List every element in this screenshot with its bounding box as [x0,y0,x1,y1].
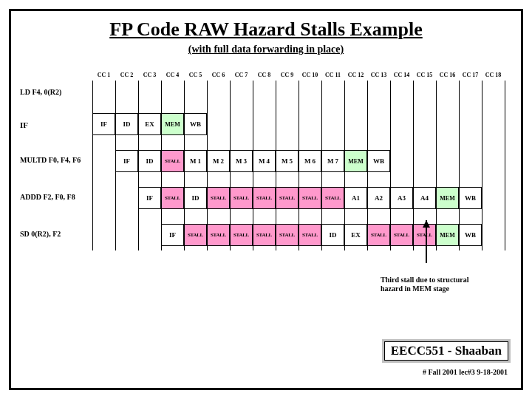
instr-label-3: SD 0(R2), F2 [20,230,61,238]
stage-cell: WB [459,187,482,209]
cycle-label: CC 6 [207,72,230,78]
stage-cell: STALL [207,187,230,209]
stage-cell: M 5 [276,150,299,172]
stage-cell: M 3 [230,150,253,172]
arrow-note-icon [417,220,435,272]
cycle-label: CC 2 [115,72,138,78]
stage-cell: STALL [299,187,321,209]
cycle-label: CC 17 [459,72,482,78]
cycle-label: CC 8 [253,72,276,78]
stage-cell: STALL [367,224,390,246]
instr-label-if: IF [20,120,28,129]
cycle-label: CC 13 [367,72,390,78]
stage-cell: STALL [321,187,344,209]
instr-label-2: ADDD F2, F0, F8 [20,193,75,201]
stage-cell: A1 [344,187,367,209]
stage-cell: MEM [436,187,459,209]
footer-course-label: EECC551 - Shaaban [384,341,508,361]
page-title: FP Code RAW Hazard Stalls Example [17,18,515,41]
stage-cell: STALL [276,224,299,246]
stage-cell: EX [344,224,367,246]
stage-cell: STALL [184,224,207,246]
stage-cell: STALL [299,224,321,246]
gridline [482,81,505,250]
stage-cell: IF [138,187,161,209]
stage-cell: IF [92,113,115,135]
instr-label-1: MULTD F0, F4, F6 [20,156,81,164]
stage-cell: WB [459,224,482,246]
stage-cell: STALL [230,224,253,246]
stage-cell: WB [184,113,207,135]
stage-cell: M 6 [299,150,321,172]
stage-cell: M 4 [253,150,276,172]
stage-cell: WB [367,150,390,172]
stage-cell: STALL [207,224,230,246]
stage-cell: A4 [413,187,436,209]
stage-cell: ID [321,224,344,246]
grid-end-line [505,81,505,250]
stage-cell: STALL [230,187,253,209]
stage-cell: MEM [344,150,367,172]
stage-cell: MEM [436,224,459,246]
stage-cell: STALL [253,187,276,209]
pipeline-diagram: CC 1CC 2CC 3CC 4CC 5CC 6CC 7CC 8CC 9CC 1… [17,72,515,264]
pipeline-row-2: IFSTALLIDSTALLSTALLSTALLSTALLSTALLSTALLA… [138,187,482,209]
stage-cell: IF [161,224,184,246]
cycle-label: CC 4 [161,72,184,78]
footer-date-label: # Fall 2001 lec#3 9-18-2001 [423,368,508,376]
svg-marker-1 [423,220,430,228]
stage-cell: STALL [390,224,413,246]
instr-label-0: LD F4, 0(R2) [20,88,61,96]
stage-cell: M 7 [321,150,344,172]
cycle-label: CC 10 [299,72,321,78]
stage-cell: STALL [276,187,299,209]
stage-cell: A2 [367,187,390,209]
footer-course-box: EECC551 - Shaaban [382,339,511,363]
slide-frame: FP Code RAW Hazard Stalls Example (with … [9,9,523,390]
stage-cell: STALL [161,150,184,172]
cycle-label: CC 7 [230,72,253,78]
structural-hazard-note: Third stall due to structural hazard in … [381,276,469,293]
stage-cell: MEM [161,113,184,135]
stage-cell: IF [115,150,138,172]
cycle-label: CC 11 [321,72,344,78]
pipeline-row-0: IFIDEXMEMWB [92,113,207,135]
cycle-label: CC 18 [482,72,505,78]
cycle-label: CC 15 [413,72,436,78]
gridline [92,81,115,250]
stage-cell: M 2 [207,150,230,172]
stage-cell: M 1 [184,150,207,172]
stage-cell: ID [138,150,161,172]
stage-cell: EX [138,113,161,135]
stage-cell: ID [184,187,207,209]
stage-cell: STALL [253,224,276,246]
cycle-label: CC 12 [344,72,367,78]
stage-cell: ID [115,113,138,135]
cycle-label: CC 1 [92,72,115,78]
page-subtitle: (with full data forwarding in place) [17,44,515,55]
cycle-label: CC 3 [138,72,161,78]
cycle-label: CC 16 [436,72,459,78]
cycle-labels: CC 1CC 2CC 3CC 4CC 5CC 6CC 7CC 8CC 9CC 1… [92,72,505,78]
cycle-label: CC 5 [184,72,207,78]
stage-cell: A3 [390,187,413,209]
cycle-label: CC 9 [276,72,299,78]
cycle-label: CC 14 [390,72,413,78]
stage-cell: STALL [161,187,184,209]
pipeline-row-1: IFIDSTALLM 1M 2M 3M 4M 5M 6M 7MEMWB [115,150,390,172]
